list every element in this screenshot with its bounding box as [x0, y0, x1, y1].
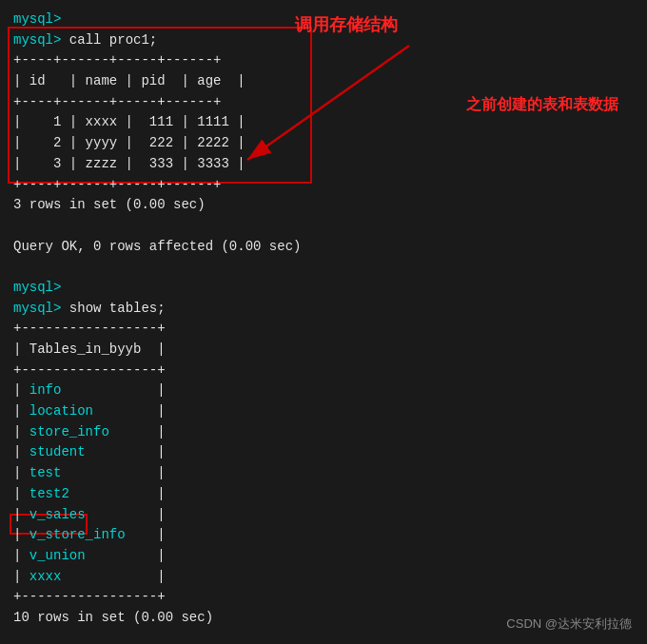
table2-row-vunion: | v_union |	[13, 546, 634, 567]
table-border-2: +----+------+-----+------+	[13, 92, 634, 113]
blank-2	[13, 257, 634, 278]
table-border-3: +----+------+-----+------+	[13, 175, 634, 196]
table2-row-info: | info |	[13, 381, 634, 401]
blank-1	[13, 216, 634, 237]
table2-border-2: +-----------------+	[13, 361, 634, 381]
table-header: | id | name | pid | age |	[13, 71, 634, 92]
result-rows-2: 10 rows in set (0.00 sec)	[13, 608, 634, 629]
show-tables-cmd: mysql> show tables;	[13, 299, 634, 320]
table-row-2: | 2 | yyyy | 222 | 2222 |	[13, 133, 634, 154]
table2-row-vsales: | v_sales |	[13, 505, 634, 526]
line-1: mysql>	[13, 10, 634, 30]
result-rows-1: 3 rows in set (0.00 sec)	[13, 195, 634, 216]
table-border-1: +----+------+-----+------+	[13, 50, 634, 71]
table2-row-student: | student |	[13, 442, 634, 463]
table2-row-location: | location |	[13, 401, 634, 422]
table-row-3: | 3 | zzzz | 333 | 3333 |	[13, 154, 634, 175]
table2-border-1: +-----------------+	[13, 319, 634, 340]
prompt-2: mysql>	[13, 278, 634, 299]
table2-row-test2: | test2 |	[13, 484, 634, 505]
table2-border-3: +-----------------+	[13, 587, 634, 608]
table2-row-store-info: | store_info |	[13, 422, 634, 443]
terminal: mysql> mysql> call proc1; +----+------+-…	[0, 0, 647, 644]
table2-header: | Tables_in_byyb |	[13, 340, 634, 361]
table2-row-vstoreinfo: | v_store_info |	[13, 525, 634, 546]
table-row-1: | 1 | xxxx | 111 | 1111 |	[13, 112, 634, 133]
query-ok: Query OK, 0 rows affected (0.00 sec)	[13, 237, 634, 258]
line-2-command: mysql> call proc1;	[13, 30, 634, 51]
table2-row-xxxx: | xxxx |	[13, 567, 634, 588]
table2-row-test: | test |	[13, 463, 634, 484]
